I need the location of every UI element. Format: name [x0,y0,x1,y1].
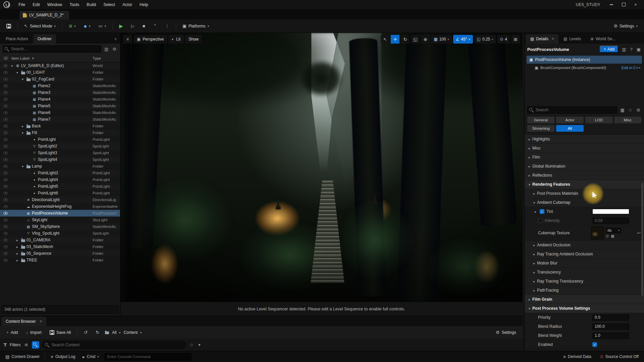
details-section-header[interactable]: Misc [525,144,644,153]
filter-chip[interactable]: Streaming [527,125,554,132]
outliner-settings-gear-icon[interactable]: ⚙ [111,47,117,52]
visibility-eye-icon[interactable] [3,131,8,134]
camera-speed-control[interactable]: ⊙ 4 [497,35,510,44]
details-settings-gear-icon[interactable]: ⚙ [635,108,641,113]
expander-icon[interactable] [15,252,19,255]
tab-details[interactable]: ▤ Details × [526,34,558,44]
visibility-eye-icon[interactable] [3,259,8,262]
menu-item[interactable]: File [15,0,29,9]
filter-chip[interactable]: Misc [614,117,641,123]
expander-icon[interactable] [527,298,532,301]
close-button[interactable]: × [631,1,641,8]
component-tree-root[interactable]: ▣ PostProcessVolume (Instance) [527,56,642,64]
visibility-eye-icon[interactable] [3,252,8,255]
move-tool-button[interactable]: ✛ [391,35,399,44]
search-toggle-button[interactable] [32,341,39,349]
cubemap-thumbnail[interactable] [591,227,604,239]
close-tab-icon[interactable]: × [114,37,120,44]
select-mode-dropdown[interactable]: ↖ Select Mode ▾ [21,21,59,31]
expander-icon[interactable] [20,124,25,128]
visibility-eye-icon[interactable] [3,145,8,148]
outliner-row[interactable]: Plane6 StaticMeshAc [0,109,120,116]
expander-icon[interactable] [532,261,536,265]
visibility-eye-icon[interactable] [3,219,8,222]
output-log-button[interactable]: ≡ Output Log [49,353,77,361]
details-section-header[interactable]: Translucency [525,268,644,277]
scale-tool-button[interactable]: ◱ [411,35,420,44]
visibility-eye-icon[interactable] [3,245,8,248]
visibility-eye-icon[interactable] [3,125,8,128]
details-section-header[interactable]: Highlights [525,135,644,144]
maximize-viewport-button[interactable]: ⊞ [511,35,520,44]
menu-item[interactable]: Build [83,0,100,9]
outliner-row[interactable]: PointLight PointLight [0,136,120,143]
details-section-header[interactable]: PathTracing [525,286,644,295]
world-local-toggle-button[interactable]: ⊕ [421,35,430,44]
add-content-dropdown[interactable]: ⊞ ▾ [66,21,79,31]
expander-icon[interactable] [527,307,532,310]
details-section-header[interactable]: Global Illumination [525,162,644,171]
console-command-input[interactable] [104,353,192,360]
close-tab-icon[interactable]: × [40,319,42,324]
outliner-row[interactable]: 01_CAMERA Folder [0,237,120,243]
breadcrumb-content[interactable]: Content [123,330,138,335]
menu-item[interactable]: Edit [29,0,44,9]
view-options-filter-icon[interactable]: ▾ [197,342,202,347]
tab-levels[interactable]: ▤ Levels [559,34,585,44]
cinematics-dropdown[interactable]: ▭ ▾ [96,21,109,31]
expander-icon[interactable] [10,64,14,68]
reset-property-icon[interactable]: ↩ [637,231,641,235]
menu-item[interactable]: Actor [119,0,136,9]
outliner-search-input[interactable] [3,45,101,53]
expander-icon[interactable] [527,146,532,150]
expander-icon[interactable] [20,77,25,81]
expander-icon[interactable] [533,210,538,214]
visibility-eye-icon[interactable] [3,158,8,161]
visibility-eye-icon[interactable] [3,232,8,235]
visibility-eye-icon[interactable] [3,98,8,101]
enabled-checkbox[interactable] [592,342,597,347]
visibility-eye-icon[interactable] [3,192,8,195]
blend-radius-input[interactable]: 100.0 [592,323,629,330]
outliner-row[interactable]: SpotLight2 SpotLight [0,143,120,149]
outliner-row[interactable]: Fill Folder [0,129,120,136]
outliner-row[interactable]: PointLight4 PointLight [0,176,120,183]
unreal-logo-icon[interactable] [3,1,10,8]
expander-icon[interactable] [532,192,536,195]
help-icon[interactable]: ? [629,47,633,52]
outliner-row[interactable]: Back Folder [0,123,120,129]
outliner-row[interactable]: PointLight3 PointLight [0,170,120,176]
component-tree-child[interactable]: ▣ BrushComponent (BrushComponent0) Edit … [525,64,644,72]
visibility-eye-icon[interactable] [3,225,8,228]
expander-icon[interactable] [527,174,532,177]
tab-world-settings[interactable]: ⊕ World Se... [586,34,620,44]
details-section-header[interactable]: Ray Tracing Translucency [525,277,644,286]
expander-icon[interactable] [532,243,536,247]
outliner-row[interactable]: 02_FogCard Folder [0,76,120,82]
add-filter-icon[interactable]: ⊕ [23,342,29,347]
visibility-eye-icon[interactable] [3,84,8,87]
visibility-eye-icon[interactable] [3,185,8,188]
visibility-eye-icon[interactable] [3,105,8,108]
select-tool-button[interactable]: ↖ [381,35,389,44]
visibility-eye-icon[interactable] [3,212,8,215]
expander-icon[interactable] [15,71,19,74]
visibility-eye-icon[interactable] [3,205,8,208]
tab-outliner[interactable]: Outliner [33,34,56,44]
viewport-3d-scene[interactable]: ≡ ▣ Perspective ◐ Lit Show ↖ ✛ [120,33,523,302]
cb-back-button[interactable]: ↺ [81,328,91,337]
visibility-eye-icon[interactable] [3,118,8,121]
expander-icon[interactable] [532,270,536,274]
lock-icon[interactable]: ▣ [636,47,641,52]
outliner-row[interactable]: Plane3 StaticMeshAc [0,89,120,96]
menu-item[interactable]: Window [44,0,66,9]
stop-button[interactable]: ■ [140,21,148,31]
settings-dropdown[interactable]: ⚙ Settings ▾ [610,21,641,31]
filters-funnel-icon[interactable] [3,343,7,347]
eject-button[interactable]: ⌃ [150,21,160,31]
outliner-filter-icon[interactable]: ▥ [103,47,109,52]
outliner-row[interactable]: PostProcessVolume PostProcessV [0,210,120,217]
tint-checkbox[interactable] [540,209,544,214]
visibility-eye-icon[interactable] [3,239,8,242]
blend-weight-input[interactable]: 1.0 [592,333,629,339]
